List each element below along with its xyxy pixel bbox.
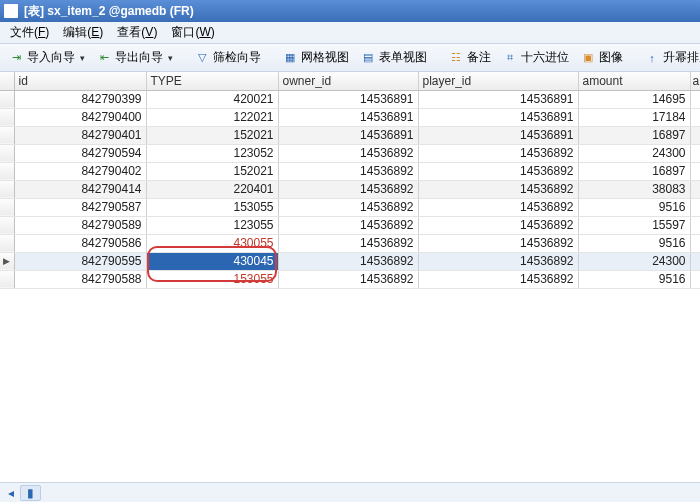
cell[interactable]: 14536892	[278, 162, 418, 180]
memo-button[interactable]: ☷备注	[444, 46, 496, 69]
cell[interactable]: 14536892	[418, 270, 578, 288]
cell[interactable]: 14536891	[278, 90, 418, 108]
cell[interactable]	[690, 234, 700, 252]
cell[interactable]: 842790588	[14, 270, 146, 288]
cell[interactable]: 14536891	[418, 126, 578, 144]
cell[interactable]	[690, 252, 700, 270]
cell[interactable]: 842790401	[14, 126, 146, 144]
cell[interactable]: 14536891	[278, 126, 418, 144]
cell[interactable]: 14536892	[418, 144, 578, 162]
table-row[interactable]: 84279058715305514536892145368929516	[0, 198, 700, 216]
col-type[interactable]: TYPE	[146, 72, 278, 90]
grid-view-button[interactable]: ▦网格视图	[278, 46, 354, 69]
cell[interactable]: 9516	[578, 198, 690, 216]
form-view-button[interactable]: ▤表单视图	[356, 46, 432, 69]
cell[interactable]: 14536892	[418, 216, 578, 234]
cell[interactable]: 842790589	[14, 216, 146, 234]
cell[interactable]: 152021	[146, 162, 278, 180]
cell[interactable]: 14536892	[278, 252, 418, 270]
table-row[interactable]: 842790594123052145368921453689224300	[0, 144, 700, 162]
cell[interactable]: 123052	[146, 144, 278, 162]
cell[interactable]: 842790595	[14, 252, 146, 270]
cell[interactable]: 153055	[146, 198, 278, 216]
col-id[interactable]: id	[14, 72, 146, 90]
cell[interactable]	[690, 216, 700, 234]
cell[interactable]: 123055	[146, 216, 278, 234]
table-row[interactable]: ▶842790595430045145368921453689224300	[0, 252, 700, 270]
nav-prev-button[interactable]: ◂	[6, 486, 16, 500]
col-amount[interactable]: amount	[578, 72, 690, 90]
table-row[interactable]: 842790402152021145368921453689216897	[0, 162, 700, 180]
cell[interactable]: 14536891	[278, 108, 418, 126]
menu-view[interactable]: 查看(V)	[111, 22, 163, 43]
cell[interactable]	[690, 162, 700, 180]
cell[interactable]: 842790586	[14, 234, 146, 252]
export-wizard-button[interactable]: ⇤导出向导▾	[92, 46, 178, 69]
table-row[interactable]: 84279058643005514536892145368929516	[0, 234, 700, 252]
table-row[interactable]: 842790414220401145368921453689238083	[0, 180, 700, 198]
cell[interactable]: 842790414	[14, 180, 146, 198]
cell[interactable]	[690, 270, 700, 288]
cell[interactable]: 14536892	[278, 198, 418, 216]
cell[interactable]: 220401	[146, 180, 278, 198]
cell[interactable]: 842790594	[14, 144, 146, 162]
cell[interactable]: 842790587	[14, 198, 146, 216]
table-row[interactable]: 842790400122021145368911453689117184	[0, 108, 700, 126]
cell[interactable]: 842790402	[14, 162, 146, 180]
cell[interactable]: 14536892	[418, 180, 578, 198]
menu-file[interactable]: 文件(F)	[4, 22, 55, 43]
import-wizard-button[interactable]: ⇥导入向导▾	[4, 46, 90, 69]
cell[interactable]: 14536892	[418, 198, 578, 216]
cell[interactable]: 152021	[146, 126, 278, 144]
cell[interactable]: 14536892	[278, 216, 418, 234]
col-player[interactable]: player_id	[418, 72, 578, 90]
cell[interactable]: 14536892	[278, 180, 418, 198]
cell[interactable]	[690, 90, 700, 108]
col-owner[interactable]: owner_id	[278, 72, 418, 90]
sort-asc-button[interactable]: ↑升幂排序	[640, 46, 700, 69]
cell[interactable]	[690, 126, 700, 144]
window-title: [表] sx_item_2 @gamedb (FR)	[24, 3, 194, 20]
menu-edit[interactable]: 编辑(E)	[57, 22, 109, 43]
table-row[interactable]: 84279058815305514536892145368929516	[0, 270, 700, 288]
cell[interactable]: 14536892	[278, 234, 418, 252]
cell[interactable]: 14536892	[278, 270, 418, 288]
cell[interactable]: 14536892	[418, 234, 578, 252]
table-row[interactable]: 842790589123055145368921453689215597	[0, 216, 700, 234]
cell[interactable]: 430055	[146, 234, 278, 252]
cell[interactable]: 842790399	[14, 90, 146, 108]
filter-wizard-button[interactable]: ▽筛检向导	[190, 46, 266, 69]
col-extra[interactable]: a	[690, 72, 700, 90]
cell[interactable]: 420021	[146, 90, 278, 108]
cell[interactable]: 153055	[146, 270, 278, 288]
cell[interactable]: 38083	[578, 180, 690, 198]
cell[interactable]: 16897	[578, 162, 690, 180]
cell[interactable]: 9516	[578, 270, 690, 288]
cell[interactable]: 14695	[578, 90, 690, 108]
table-row[interactable]: 842790399420021145368911453689114695	[0, 90, 700, 108]
cell[interactable]	[690, 108, 700, 126]
image-button[interactable]: ▣图像	[576, 46, 628, 69]
cell[interactable]: 24300	[578, 252, 690, 270]
cell[interactable]: 15597	[578, 216, 690, 234]
cell[interactable]: 17184	[578, 108, 690, 126]
data-grid[interactable]: id TYPE owner_id player_id amount a 8427…	[0, 72, 700, 482]
cell[interactable]: 14536892	[418, 162, 578, 180]
table-row[interactable]: 842790401152021145368911453689116897	[0, 126, 700, 144]
cell[interactable]: 9516	[578, 234, 690, 252]
nav-page-button[interactable]: ▮	[20, 485, 41, 501]
cell[interactable]: 14536891	[418, 108, 578, 126]
cell[interactable]	[690, 144, 700, 162]
cell[interactable]: 14536892	[278, 144, 418, 162]
cell[interactable]: 16897	[578, 126, 690, 144]
cell[interactable]: 842790400	[14, 108, 146, 126]
cell[interactable]: 14536892	[418, 252, 578, 270]
cell[interactable]: 14536891	[418, 90, 578, 108]
hex-button[interactable]: ⌗十六进位	[498, 46, 574, 69]
cell[interactable]: 24300	[578, 144, 690, 162]
cell[interactable]: 430045	[146, 252, 278, 270]
cell[interactable]	[690, 180, 700, 198]
menu-window[interactable]: 窗口(W)	[165, 22, 220, 43]
cell[interactable]: 122021	[146, 108, 278, 126]
cell[interactable]	[690, 198, 700, 216]
